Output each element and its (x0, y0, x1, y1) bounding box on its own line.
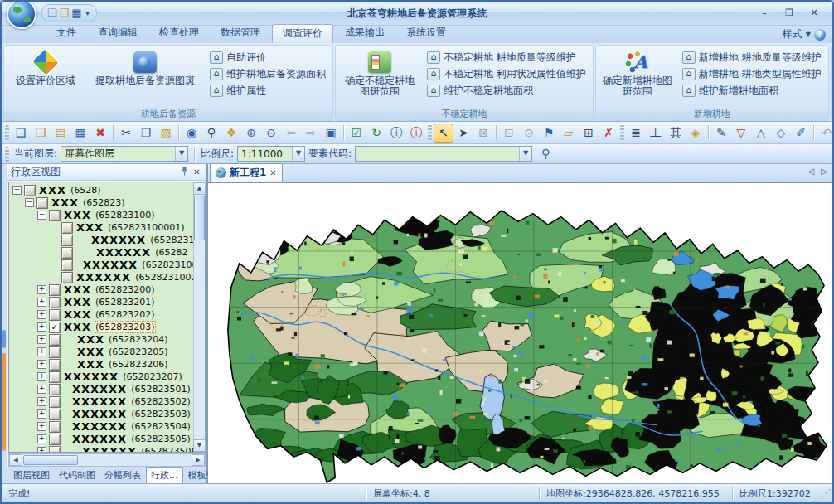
select-cursor-icon[interactable]: ↖ (434, 124, 453, 143)
panel-close-icon[interactable]: ✕ (191, 167, 203, 177)
undo-icon[interactable]: ↶ (817, 124, 832, 143)
expand-icon[interactable]: + (37, 347, 46, 356)
back-view-icon[interactable]: ⇦ (281, 124, 301, 143)
zoom-globe-icon[interactable]: ◉ (182, 124, 201, 143)
triangle-red-icon[interactable]: ▽ (731, 124, 751, 143)
expand-icon[interactable]: + (37, 447, 46, 452)
expand-icon[interactable]: + (37, 410, 46, 419)
tab-scroll-right-icon[interactable]: ▷ (821, 167, 827, 176)
minimize-button[interactable]: – (753, 6, 776, 21)
tree-row-11[interactable]: +✓XXX(652823203) (11, 321, 193, 333)
map-document-tab[interactable]: 新工程1 ✕ (210, 163, 283, 182)
tree-checkbox[interactable] (61, 247, 73, 259)
small-button-2-2[interactable]: ⌂维护新增耕地面积 (679, 83, 825, 98)
database-icon[interactable]: ▤ (51, 124, 70, 143)
region-move-icon[interactable]: ⊞ (579, 124, 599, 143)
toolbar-grip[interactable] (620, 125, 624, 140)
expand-icon[interactable]: + (37, 298, 46, 307)
expand-icon[interactable]: + (37, 335, 46, 344)
toolbar-grip[interactable] (5, 147, 9, 162)
validate-icon[interactable]: ☑ (347, 124, 366, 143)
tree-row-9[interactable]: +XXX(652823201) (11, 296, 193, 308)
tree-checkbox[interactable] (61, 272, 73, 284)
new-document-icon[interactable]: ❏ (47, 7, 57, 19)
tool-gong-icon[interactable]: 工 (646, 124, 666, 143)
small-button-0-0[interactable]: ⌂自助评价 (206, 50, 329, 65)
feature-code-combo[interactable]: ▼ (355, 146, 532, 162)
expand-icon[interactable]: + (37, 372, 46, 381)
small-button-1-1[interactable]: ⌂不稳定耕地 利用状况属性值维护 (424, 66, 589, 81)
edit-pad-icon[interactable]: ✐ (791, 124, 811, 143)
tree-row-8[interactable]: +XXX(652823200) (11, 284, 193, 296)
large-button-0-0[interactable]: 设置评价区域 (7, 48, 84, 108)
small-button-1-2[interactable]: ⌂维护不稳定耕地面积 (424, 83, 589, 98)
zoom-out-icon[interactable]: ⊖ (261, 124, 281, 143)
panel-tab-0[interactable]: 图层视图 (9, 468, 54, 483)
dock-strip-thumb[interactable] (2, 330, 6, 348)
tree-row-13[interactable]: +XXX(652823205) (11, 346, 193, 358)
tree-checkbox[interactable] (49, 434, 61, 445)
scroll-down-icon[interactable]: ▼ (193, 439, 206, 452)
tree-checkbox[interactable] (61, 235, 73, 246)
pin-icon[interactable] (178, 167, 191, 177)
large-button-2-0[interactable]: 确定新增耕地图斑范围 (599, 48, 676, 108)
ribbon-tab-4[interactable]: 调查评价 (272, 24, 333, 43)
chevron-down-icon[interactable]: ▼ (519, 147, 531, 161)
small-button-2-1[interactable]: ⌂新增耕地 耕地类型属性维护 (679, 66, 825, 81)
forward-view-icon[interactable]: ⇨ (301, 124, 321, 143)
paste-icon[interactable]: ▨ (156, 124, 176, 143)
flag-icon[interactable]: ⚑ (539, 124, 559, 143)
large-button-1-0[interactable]: 确定不稳定耕地图斑范围 (339, 48, 420, 108)
tree-checkbox[interactable] (49, 409, 61, 420)
expand-icon[interactable]: + (37, 422, 46, 431)
panel-tab-2[interactable]: 分幅列表 (100, 468, 145, 483)
style-caret-icon[interactable]: ▼ (806, 31, 811, 38)
overlay-shapes-icon[interactable]: ▱ (559, 124, 579, 143)
expand-icon[interactable]: + (37, 385, 46, 394)
tree-checkbox[interactable] (49, 210, 61, 221)
tree-row-18[interactable]: +XXXXXX(652823503) (11, 408, 193, 420)
close-file-icon[interactable]: ✖ (90, 124, 110, 143)
pan-hand-icon[interactable]: ❖ (221, 124, 241, 143)
tree-row-14[interactable]: +XXX(652823206) (11, 358, 193, 371)
open-folder-icon[interactable]: ❒ (60, 7, 70, 19)
scroll-up-icon[interactable]: ▲ (193, 182, 206, 195)
current-layer-combo[interactable]: 屏幕作图层 ▼ (61, 146, 188, 162)
scale-combo[interactable]: 1:11000 ▼ (237, 146, 305, 162)
diamond-node-icon[interactable]: ◇ (771, 124, 791, 143)
ribbon-tab-5[interactable]: 成果输出 (335, 24, 395, 43)
expand-icon[interactable]: + (37, 310, 46, 319)
scroll-thumb[interactable] (194, 196, 205, 240)
toolbar-grip[interactable] (5, 125, 9, 140)
tree-checkbox[interactable] (49, 284, 61, 296)
small-button-1-0[interactable]: ⌂不稳定耕地 耕地质量等级维护 (424, 50, 589, 65)
scroll-left-icon[interactable]: ◀ (9, 454, 22, 466)
maximize-button[interactable]: ❐ (778, 6, 801, 21)
chevron-down-icon[interactable]: ▼ (292, 147, 304, 161)
small-button-0-1[interactable]: ⌂维护耕地后备资源面积 (206, 66, 329, 81)
tree-row-16[interactable]: +XXXXXX(652823501) (11, 383, 193, 395)
expand-icon[interactable]: + (37, 360, 46, 369)
close-button[interactable]: ✕ (802, 6, 826, 21)
tree-checkbox[interactable] (49, 371, 61, 383)
collapse-icon[interactable]: − (25, 198, 34, 207)
identify-icon[interactable]: ⓘ (406, 124, 426, 143)
tree-checkbox[interactable] (24, 185, 36, 196)
tool-ji-icon[interactable]: 其 (666, 124, 686, 143)
ribbon-tab-0[interactable]: 文件 (46, 24, 86, 43)
tree-checkbox[interactable] (49, 359, 61, 371)
help-icon[interactable]: ? (814, 29, 826, 41)
tree-checkbox[interactable] (49, 334, 61, 346)
save-icon[interactable]: ▦ (71, 7, 81, 19)
tree-checkbox[interactable] (49, 421, 61, 433)
tree-horizontal-scrollbar[interactable]: ◀ ▶ (8, 453, 206, 467)
ribbon-tab-2[interactable]: 检查处理 (149, 24, 209, 43)
toolbar-grip[interactable] (428, 125, 432, 140)
tree-row-10[interactable]: +XXX(652823202) (11, 308, 193, 321)
tree-checkbox[interactable] (49, 384, 61, 395)
copy-icon[interactable]: ❐ (136, 124, 156, 143)
triangle-blue-icon[interactable]: △ (751, 124, 771, 143)
open-file-icon[interactable]: ❒ (31, 124, 51, 143)
small-button-0-2[interactable]: ⌂维护属性 (206, 83, 329, 98)
style-menu-button[interactable]: 样式 (783, 27, 802, 41)
